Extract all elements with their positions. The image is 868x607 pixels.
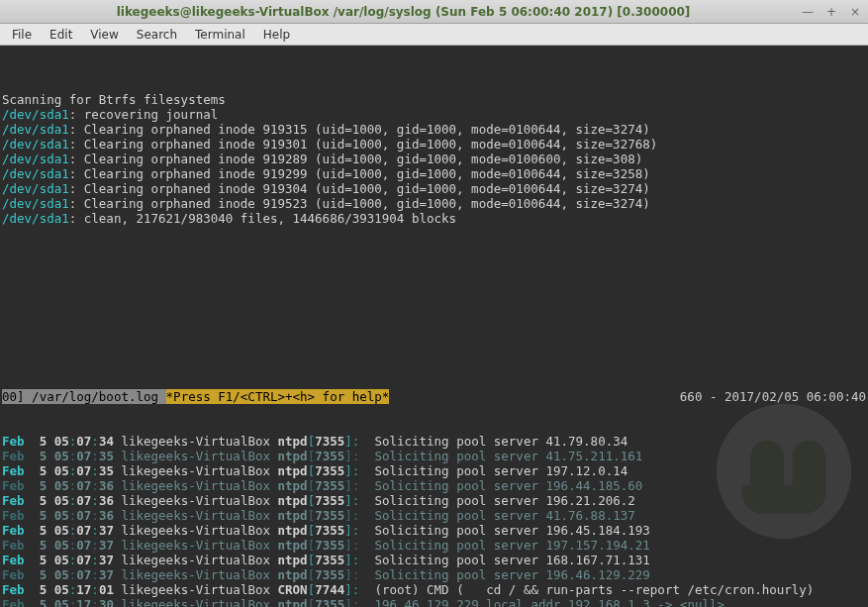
month: Feb	[2, 463, 25, 478]
hostname: likegeeks-VirtualBox	[121, 478, 270, 493]
hostname: likegeeks-VirtualBox	[121, 567, 270, 582]
syslog-line: Feb 5 05:07:37 likegeeks-VirtualBox ntpd…	[2, 567, 866, 582]
hostname: likegeeks-VirtualBox	[121, 553, 270, 567]
pid: 7355	[315, 553, 344, 567]
syslog-line: Feb 5 05:07:37 likegeeks-VirtualBox ntpd…	[2, 553, 866, 567]
terminal-area[interactable]: Scanning for Btrfs filesystems/dev/sda1:…	[0, 46, 868, 607]
hostname: likegeeks-VirtualBox	[121, 449, 270, 463]
process: ntpd	[278, 434, 308, 449]
month: Feb	[2, 449, 25, 463]
pid: 7744	[315, 582, 344, 597]
device-path: /dev/sda1	[2, 137, 69, 152]
pid: 7355	[315, 538, 344, 553]
log-message: (root) CMD ( cd / && run-parts --report …	[359, 582, 814, 597]
syslog-line: Feb 5 05:07:34 likegeeks-VirtualBox ntpd…	[2, 434, 866, 449]
log-message: Soliciting pool server 196.44.185.60	[359, 478, 642, 493]
status-left-num: 00]	[2, 389, 25, 404]
bootlog-line: /dev/sda1: clean, 217621/983040 files, 1…	[2, 211, 866, 226]
log-message: Clearing orphaned inode 919315 (uid=1000…	[76, 122, 649, 137]
bootlog-line: /dev/sda1: Clearing orphaned inode 91930…	[2, 181, 866, 196]
device-path: /dev/sda1	[2, 211, 69, 226]
time: 05	[54, 434, 69, 449]
time: 05	[54, 508, 69, 523]
menu-view[interactable]: View	[82, 26, 126, 44]
log-message: clean, 217621/983040 files, 1446686/3931…	[76, 211, 456, 226]
process: ntpd	[278, 478, 308, 493]
pid: 7355	[315, 434, 344, 449]
bootlog-line: /dev/sda1: Clearing orphaned inode 91929…	[2, 166, 866, 181]
month: Feb	[2, 434, 25, 449]
month: Feb	[2, 582, 25, 597]
syslog-line: Feb 5 05:07:37 likegeeks-VirtualBox ntpd…	[2, 523, 866, 538]
syslog-line: Feb 5 05:07:35 likegeeks-VirtualBox ntpd…	[2, 463, 866, 478]
bootlog-line: /dev/sda1: Clearing orphaned inode 91930…	[2, 137, 866, 152]
maximize-button[interactable]: +	[824, 5, 838, 19]
hostname: likegeeks-VirtualBox	[121, 538, 270, 553]
month: Feb	[2, 478, 25, 493]
process: ntpd	[278, 538, 308, 553]
log-message: Clearing orphaned inode 919289 (uid=1000…	[76, 152, 642, 166]
bootlog-line: /dev/sda1: Clearing orphaned inode 91928…	[2, 152, 866, 166]
log-message: Soliciting pool server 168.167.71.131	[359, 553, 650, 567]
syslog-line: Feb 5 05:07:36 likegeeks-VirtualBox ntpd…	[2, 478, 866, 493]
time: 05	[54, 449, 69, 463]
titlebar: likegeeks@likegeeks-VirtualBox /var/log/…	[0, 0, 868, 24]
close-button[interactable]: ×	[848, 5, 862, 19]
menu-edit[interactable]: Edit	[42, 26, 80, 44]
device-path: /dev/sda1	[2, 196, 69, 211]
log-message: 196.46.129.229 local addr 192.168.1.3 ->…	[359, 597, 724, 607]
menu-terminal[interactable]: Terminal	[187, 26, 253, 44]
menu-file[interactable]: File	[4, 26, 40, 44]
log-message: Soliciting pool server 196.21.206.2	[359, 493, 634, 508]
log-message: Soliciting pool server 41.75.211.161	[359, 449, 642, 463]
log-message: Soliciting pool server 197.157.194.21	[359, 538, 650, 553]
process: ntpd	[278, 508, 308, 523]
process: ntpd	[278, 449, 308, 463]
process: ntpd	[278, 523, 308, 538]
bootlog-line: /dev/sda1: Clearing orphaned inode 91952…	[2, 196, 866, 211]
process: ntpd	[278, 463, 308, 478]
hostname: likegeeks-VirtualBox	[121, 434, 270, 449]
menubar: File Edit View Search Terminal Help	[0, 24, 868, 46]
status-right: 660 - 2017/02/05 06:00:40	[680, 389, 866, 404]
time: 05	[54, 553, 69, 567]
hostname: likegeeks-VirtualBox	[121, 463, 270, 478]
log-message: Soliciting pool server 197.12.0.14	[359, 463, 627, 478]
month: Feb	[2, 597, 25, 607]
time: 05	[54, 597, 69, 607]
device-path: /dev/sda1	[2, 107, 69, 122]
device-path: /dev/sda1	[2, 122, 69, 137]
bootlog-status-bar: 00] /var/log/boot.log *Press F1/<CTRL>+<…	[2, 389, 866, 404]
log-message: recovering journal	[76, 107, 218, 122]
log-message: Scanning for Btrfs filesystems	[2, 92, 226, 107]
bootlog-line: Scanning for Btrfs filesystems	[2, 92, 866, 107]
month: Feb	[2, 538, 25, 553]
status-help: *Press F1/<CTRL>+<h> for help*	[166, 389, 390, 404]
syslog-line: Feb 5 05:07:36 likegeeks-VirtualBox ntpd…	[2, 493, 866, 508]
hostname: likegeeks-VirtualBox	[121, 493, 270, 508]
month: Feb	[2, 523, 25, 538]
syslog-line: Feb 5 05:07:35 likegeeks-VirtualBox ntpd…	[2, 449, 866, 463]
pid: 7355	[315, 493, 344, 508]
menu-search[interactable]: Search	[129, 26, 185, 44]
log-message: Soliciting pool server 41.79.80.34	[359, 434, 627, 449]
hostname: likegeeks-VirtualBox	[121, 582, 270, 597]
pid: 7355	[315, 478, 344, 493]
time: 05	[54, 582, 69, 597]
device-path: /dev/sda1	[2, 181, 69, 196]
time: 05	[54, 478, 69, 493]
pid: 7355	[315, 449, 344, 463]
log-message: Clearing orphaned inode 919304 (uid=1000…	[76, 181, 649, 196]
bootlog-line: /dev/sda1: recovering journal	[2, 107, 866, 122]
log-message: Clearing orphaned inode 919523 (uid=1000…	[76, 196, 649, 211]
syslog-line: Feb 5 05:17:30 likegeeks-VirtualBox ntpd…	[2, 597, 866, 607]
time: 05	[54, 463, 69, 478]
process: ntpd	[278, 567, 308, 582]
pid: 7355	[315, 463, 344, 478]
hostname: likegeeks-VirtualBox	[121, 508, 270, 523]
minimize-button[interactable]: —	[801, 5, 815, 19]
time: 05	[54, 538, 69, 553]
menu-help[interactable]: Help	[255, 26, 298, 44]
device-path: /dev/sda1	[2, 166, 69, 181]
window-title: likegeeks@likegeeks-VirtualBox /var/log/…	[6, 5, 801, 19]
